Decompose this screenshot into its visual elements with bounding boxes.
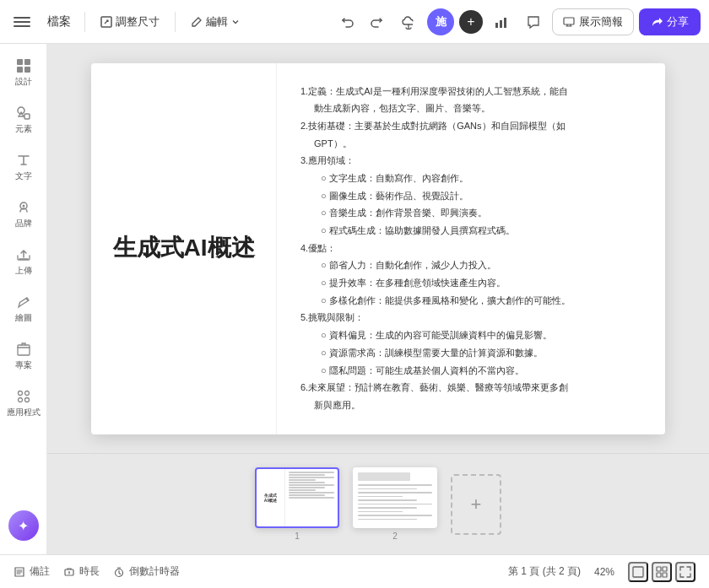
chart-button[interactable] (488, 8, 515, 35)
grid-view-icon (655, 565, 668, 579)
share-button[interactable]: 分享 (639, 8, 701, 35)
notes-icon (14, 566, 25, 578)
pencil-icon (191, 16, 203, 28)
content-line-2: 2.技術基礎：主要基於生成對抗網路（GANs）和自回歸模型（如 (300, 118, 641, 134)
edit-button[interactable]: 編輯 (182, 10, 248, 34)
thumb-title-bar-2 (358, 472, 410, 481)
svg-rect-24 (657, 573, 661, 577)
bottom-bar: 備註 時長 倒數計時器 第 1 頁 (共 2 頁) 42% (0, 554, 709, 588)
add-slide-button[interactable]: + (451, 474, 501, 535)
undo-redo-group (334, 8, 390, 35)
top-navigation: 檔案 調整尺寸 編輯 (0, 0, 709, 44)
sidebar-item-draw[interactable]: 繪圖 (3, 287, 44, 331)
content-line-16: ○ 隱私問題：可能生成基於個人資料的不當內容。 (300, 363, 641, 379)
elements-label: 元素 (15, 123, 32, 135)
comment-button[interactable] (520, 8, 547, 35)
svg-rect-23 (663, 567, 667, 571)
content-line-11: ○ 提升效率：在多種創意領域快速產生內容。 (300, 275, 641, 291)
thumbnail-1[interactable]: 生成式AI概述 (255, 467, 339, 541)
sidebar-item-text[interactable]: 文字 (3, 145, 44, 189)
svg-rect-22 (657, 567, 661, 571)
redo-icon (370, 15, 383, 29)
user-avatar[interactable]: 施 (427, 8, 454, 35)
sidebar-item-brand[interactable]: 品牌 (3, 192, 44, 236)
filename-label[interactable]: 檔案 (41, 10, 78, 34)
grid-view-button[interactable] (652, 562, 672, 582)
thumb-inner-2 (354, 469, 436, 526)
sidebar-item-upload[interactable]: 上傳 (3, 240, 44, 283)
svg-rect-25 (663, 573, 667, 577)
thumb-title-1: 生成式AI概述 (264, 493, 277, 503)
projects-label: 專案 (15, 359, 32, 371)
content-line-9: 4.優點： (300, 240, 641, 256)
sidebar-item-apps[interactable]: 應用程式 (3, 381, 44, 425)
timer-button[interactable]: 倒數計時器 (113, 564, 180, 579)
thumb-line (358, 492, 432, 494)
svg-point-14 (18, 391, 22, 396)
single-view-button[interactable] (628, 562, 648, 582)
svg-rect-6 (24, 59, 30, 65)
content-line-12: ○ 多樣化創作：能提供多種風格和變化，擴大創作的可能性。 (300, 293, 641, 309)
undo-button[interactable] (334, 8, 361, 35)
notes-button[interactable]: 備註 (14, 564, 50, 579)
thumb-line (358, 507, 417, 509)
brand-icon (15, 199, 32, 216)
thumb-line (358, 499, 417, 501)
thumb-line (289, 477, 334, 478)
content-line-3: GPT）。 (300, 136, 641, 152)
thumbnail-strip: 生成式AI概述 (47, 453, 709, 554)
svg-rect-2 (500, 20, 502, 28)
cloud-button[interactable] (395, 8, 422, 35)
nav-separator-2 (175, 12, 176, 32)
cloud-icon (401, 14, 416, 30)
thumb-frame-2[interactable] (353, 467, 437, 528)
svg-rect-1 (495, 23, 498, 28)
thumb-line (358, 504, 432, 505)
comment-icon (526, 14, 541, 30)
upload-icon (15, 246, 32, 263)
page-info: 第 1 頁 (共 2 頁) (508, 564, 581, 579)
slide-left-section: 生成式AI概述 (91, 63, 277, 434)
zoom-level: 42% (594, 566, 614, 578)
slide-title: 生成式AI概述 (113, 233, 255, 263)
sidebar-item-projects[interactable]: 專案 (3, 334, 44, 378)
svg-rect-8 (24, 67, 30, 73)
menu-button[interactable] (8, 8, 35, 35)
timer-icon (113, 566, 125, 578)
thumb-line (358, 519, 417, 521)
thumb-frame-1[interactable]: 生成式AI概述 (255, 467, 339, 528)
thumb-line (358, 488, 417, 490)
thumb-right-1 (285, 469, 338, 526)
redo-button[interactable] (363, 8, 390, 35)
chevron-down-icon (231, 18, 240, 26)
canvas-workspace[interactable]: 生成式AI概述 1.定義：生成式AI是一種利用深度學習技術的人工智慧系統，能自 … (47, 44, 709, 453)
thumb-line (358, 496, 403, 498)
sidebar-item-elements[interactable]: 元素 (3, 98, 44, 142)
chart-icon (494, 14, 509, 30)
magic-button[interactable]: ✦ (8, 510, 39, 541)
fullscreen-button[interactable] (675, 562, 695, 582)
canvas-area: 生成式AI概述 1.定義：生成式AI是一種利用深度學習技術的人工智慧系統，能自 … (47, 44, 709, 554)
thumb-inner-1: 生成式AI概述 (257, 469, 338, 526)
present-button[interactable]: 展示簡報 (552, 8, 634, 35)
undo-icon (341, 15, 354, 29)
duration-button[interactable]: 時長 (63, 564, 100, 579)
sidebar-item-design[interactable]: 設計 (3, 51, 44, 94)
svg-point-16 (18, 398, 22, 402)
thumbnail-2[interactable]: 2 (353, 467, 437, 541)
content-line-10: ○ 節省人力：自動化創作，減少人力投入。 (300, 257, 641, 273)
share-icon (651, 16, 663, 28)
svg-rect-21 (633, 567, 643, 577)
add-collaborator-button[interactable]: + (459, 10, 483, 34)
draw-icon (15, 294, 32, 310)
content-line-5: ○ 文字生成：自動寫作、內容創作。 (300, 170, 641, 186)
left-sidebar: 設計 元素 文字 品牌 (0, 44, 47, 554)
resize-button[interactable]: 調整尺寸 (92, 10, 168, 34)
thumb-num-1: 1 (295, 531, 300, 541)
thumb-line (289, 474, 326, 476)
view-buttons (628, 562, 695, 582)
apps-label: 應用程式 (7, 407, 41, 418)
draw-label: 繪圖 (15, 312, 32, 324)
resize-icon (100, 16, 112, 28)
slide-canvas[interactable]: 生成式AI概述 1.定義：生成式AI是一種利用深度學習技術的人工智慧系統，能自 … (91, 63, 665, 434)
